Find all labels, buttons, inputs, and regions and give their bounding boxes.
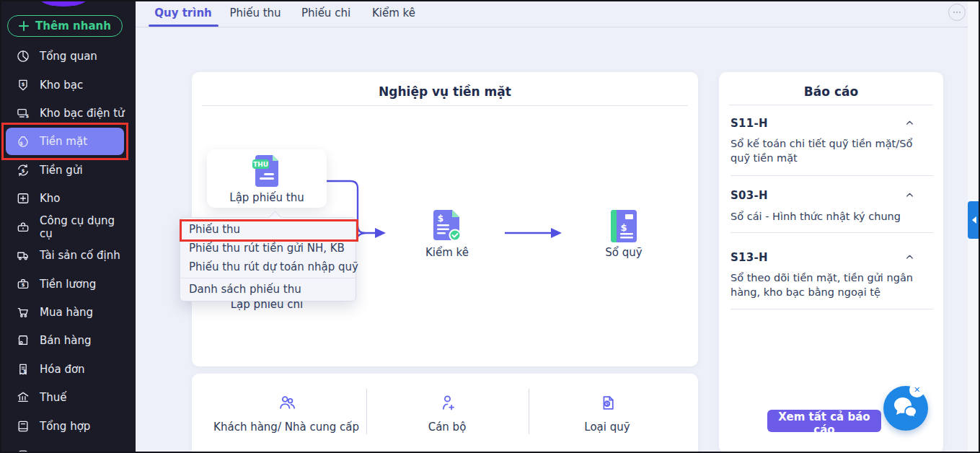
invoice-icon: $ — [16, 362, 30, 377]
node-so-quy[interactable]: $ Sổ quỹ — [573, 209, 674, 259]
left-arrow-icon — [972, 216, 976, 224]
view-all-reports-button[interactable]: Xem tất cả báo cáo — [767, 410, 881, 432]
tabbar-divider — [136, 27, 968, 27]
treasury-icon: $ — [16, 78, 30, 92]
sidebar-item-ban-hang[interactable]: Bán hàng — [6, 327, 130, 354]
report-description[interactable]: Sổ theo dõi tiền mặt, tiền gửi ngân hàng… — [730, 271, 931, 299]
sidebar-item-label: Tổng hợp — [40, 420, 90, 433]
node-label: Kiểm kê — [425, 246, 469, 259]
chevron-up-icon[interactable] — [904, 190, 915, 203]
report-description[interactable]: Sổ cái - Hình thức nhật ký chung — [730, 209, 931, 224]
tab-kiem-ke[interactable]: Kiểm kê — [372, 6, 415, 19]
shortcut-label: Khách hàng/ Nhà cung cấp — [213, 421, 359, 434]
sidebar-item-hoa-don[interactable]: $ Hóa đơn — [6, 356, 130, 383]
sidebar-item-tai-san-co-dinh[interactable]: Tài sản cố định — [6, 242, 130, 269]
cart-icon — [16, 305, 30, 320]
report-code: S03-H — [730, 189, 768, 202]
sidebar-item-tien-mat[interactable]: $ Tiền mặt — [6, 128, 124, 155]
sidebar-item-label: Tiền gửi — [40, 164, 83, 177]
svg-text:$: $ — [22, 168, 25, 174]
quick-add-button[interactable]: Thêm nhanh — [7, 15, 123, 37]
report-divider — [730, 232, 933, 233]
shortcut-can-bo[interactable]: Cán bộ — [375, 393, 519, 434]
tools-icon — [16, 220, 30, 234]
truck-icon — [16, 248, 30, 263]
sidebar-item-label: Kho — [40, 192, 61, 205]
sidebar-item-label: Tổng quan — [40, 50, 97, 63]
node-label: Sổ quỹ — [605, 246, 642, 259]
report-divider — [730, 309, 933, 309]
fund-doc-icon: $ — [598, 393, 617, 413]
menu-item-phieu-thu-rut-du-toan[interactable]: Phiếu thu rút dự toán nhập quỹ — [180, 258, 356, 276]
tab-phieu-chi[interactable]: Phiếu chi — [301, 6, 350, 19]
app-logo — [40, 0, 87, 6]
sidebar-item-label: Thuế — [40, 391, 66, 404]
sidebar-item-tong-hop[interactable]: Tổng hợp — [6, 413, 130, 440]
app-screen: Thêm nhanh Tổng quan $ Kho bạc $ Kho bạc… — [0, 0, 980, 453]
more-options-button[interactable] — [948, 4, 966, 21]
menu-divider — [180, 278, 356, 278]
title-divider — [729, 105, 933, 105]
pie-chart-icon — [16, 49, 30, 63]
sidebar-item-label: Hóa đơn — [40, 363, 85, 376]
shortcut-label: Loại quỹ — [584, 421, 630, 434]
so-quy-icon: $ — [609, 209, 638, 243]
chat-close-icon[interactable]: ✕ — [911, 384, 923, 396]
node-lap-phieu-thu[interactable]: THU Lập phiếu thu — [207, 149, 327, 208]
sidebar-item-tong-quan[interactable]: Tổng quan — [6, 43, 130, 70]
quick-add-label: Thêm nhanh — [35, 19, 111, 32]
thu-document-icon: THU — [251, 154, 283, 188]
node-label: Lập phiếu thu — [229, 191, 304, 204]
sidebar-item-label: Tiền mặt — [40, 135, 87, 148]
sidebar-item-tien-gui[interactable]: $ Tiền gửi — [6, 157, 130, 184]
person-add-icon — [438, 393, 457, 413]
sidebar-item-mua-hang[interactable]: Mua hàng — [6, 299, 130, 326]
svg-text:$: $ — [22, 82, 25, 87]
shortcut-loai-quy[interactable]: $ Loại quỹ — [535, 393, 679, 434]
tab-phieu-thu[interactable]: Phiếu thu — [229, 6, 281, 19]
svg-text:$: $ — [438, 214, 443, 224]
partial-icon — [16, 448, 30, 453]
sidebar-item-label: Công cụ dụng cụ — [40, 214, 130, 240]
node-kiem-ke[interactable]: $ Kiểm kê — [397, 209, 498, 259]
chevron-up-icon[interactable] — [904, 118, 915, 131]
chat-bubbles-icon — [893, 396, 919, 421]
chevron-up-icon[interactable] — [904, 252, 915, 265]
tab-quy-trinh[interactable]: Quy trình — [154, 6, 212, 19]
warehouse-icon — [16, 191, 30, 206]
shortcut-divider — [529, 389, 529, 434]
svg-text:$: $ — [605, 400, 609, 407]
sidebar-item-thue[interactable]: Thuế — [6, 384, 130, 411]
svg-text:$: $ — [620, 222, 627, 233]
sidebar: Thêm nhanh Tổng quan $ Kho bạc $ Kho bạc… — [0, 0, 136, 453]
panel-collapse-tab[interactable] — [968, 201, 980, 239]
menu-item-phieu-thu[interactable]: Phiếu thu — [180, 220, 356, 239]
phieu-thu-dropdown-menu: Phiếu thu Phiếu thu rút tiền gửi NH, KB … — [180, 217, 356, 302]
title-divider — [202, 105, 688, 106]
sidebar-item-cong-cu-dung-cu[interactable]: Công cụ dụng cụ — [6, 214, 130, 241]
shortcut-khach-hang[interactable]: Khách hàng/ Nhà cung cấp — [214, 393, 358, 434]
report-panel-title: Báo cáo — [719, 84, 943, 99]
plus-icon — [19, 21, 29, 31]
deposit-icon: $ — [16, 163, 30, 177]
ledger-icon — [16, 419, 30, 434]
thu-badge-text: THU — [253, 161, 268, 168]
sidebar-item-label: Kho bạc điện tử — [40, 107, 125, 120]
svg-text:$: $ — [19, 141, 23, 146]
sidebar-item-label: Tiền lương — [40, 278, 96, 291]
sidebar-item-tien-luong[interactable]: $ Tiền lương — [6, 271, 130, 298]
sidebar-item-label: Mua hàng — [40, 306, 93, 319]
menu-item-danh-sach-phieu-thu[interactable]: Danh sách phiếu thu — [180, 280, 356, 299]
shortcut-label: Cán bộ — [428, 421, 467, 434]
sidebar-item-label: Kho bạc — [40, 79, 83, 92]
sidebar-item-label: Tài sản cố định — [40, 249, 120, 262]
store-icon — [16, 333, 30, 348]
report-code: S13-H — [730, 251, 768, 264]
sidebar-item-label: Bán hàng — [40, 334, 91, 347]
sidebar-item-partial[interactable] — [6, 441, 130, 453]
report-description[interactable]: Sổ kế toán chi tiết quỹ tiền mặt/Sổ quỹ … — [730, 136, 931, 165]
menu-item-phieu-thu-rut-tien-gui[interactable]: Phiếu thu rút tiền gửi NH, KB — [180, 239, 356, 258]
sidebar-item-kho[interactable]: Kho — [6, 185, 130, 212]
sidebar-item-kho-bac[interactable]: $ Kho bạc — [6, 71, 130, 99]
sidebar-item-kho-bac-dien-tu[interactable]: $ Kho bạc điện tử — [6, 100, 130, 127]
